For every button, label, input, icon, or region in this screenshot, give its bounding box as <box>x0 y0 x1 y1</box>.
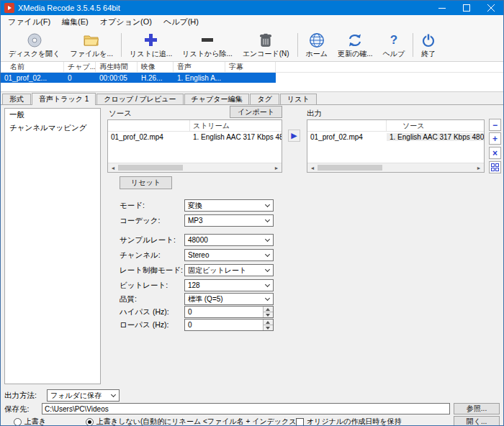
stream-delete-button[interactable]: × <box>489 147 501 159</box>
menu-item-options[interactable]: オプション(O) <box>94 17 158 27</box>
scroll-right-icon[interactable]: ► <box>271 163 282 172</box>
output-table-header: ソース <box>307 120 484 132</box>
selected-value: フォルダに保存 <box>48 391 110 401</box>
scrollbar-track[interactable] <box>382 163 474 172</box>
output-file-column-header[interactable] <box>307 120 387 132</box>
help-button[interactable]: ? ヘルプ <box>378 30 410 61</box>
overwrite-radio-label: 上書き <box>24 417 46 426</box>
stream-add-button[interactable]: + <box>489 132 501 145</box>
sidebar-item-channel-mapping[interactable]: チャンネルマッピング <box>5 122 100 135</box>
open-button[interactable]: 開く... <box>454 416 500 426</box>
selected-value: Stereo <box>185 251 264 259</box>
window-title: XMedia Recode 3.5.4.5 64bit <box>18 4 120 12</box>
close-button[interactable] <box>479 1 503 15</box>
output-stream-table: ソース 01_prof_02.mp4 1. English AAC 317 Kb… <box>307 119 485 173</box>
remove-from-list-button[interactable]: リストから除... <box>177 30 238 61</box>
tab-audio-track-1[interactable]: 音声トラック 1 <box>32 93 96 105</box>
sidebar-item-general[interactable]: 一般 <box>5 109 100 122</box>
open-disc-button[interactable]: ディスクを開く <box>4 30 65 61</box>
scroll-left-icon[interactable]: ◄ <box>108 163 118 172</box>
column-header-subtitle[interactable]: 字幕 <box>225 62 276 73</box>
close-icon <box>487 4 495 12</box>
menu-item-file[interactable]: ファイル(F) <box>2 17 56 27</box>
scroll-left-icon[interactable]: ◄ <box>307 163 318 172</box>
scroll-right-icon[interactable]: ► <box>474 163 484 172</box>
minus-icon <box>201 32 214 48</box>
rate-control-select[interactable]: 固定ビットレート <box>184 264 274 276</box>
stream-remove-button[interactable]: − <box>489 119 501 131</box>
transfer-stream-button[interactable]: ▶ <box>288 130 300 142</box>
cell-video: H.26... <box>138 74 174 82</box>
channels-select[interactable]: Stereo <box>184 249 274 261</box>
output-stream-row[interactable]: 01_prof_02.mp4 1. English AAC 317 Kbps 4… <box>307 132 484 142</box>
output-stream-cell: 1. English AAC 317 Kbps 4800 <box>387 133 484 141</box>
sample-rate-select[interactable]: 48000 <box>184 234 274 246</box>
minimize-button[interactable] <box>430 1 454 15</box>
encode-button[interactable]: エンコード(N) <box>238 30 294 61</box>
browse-button[interactable]: 参照... <box>454 403 500 414</box>
mode-select[interactable]: 変換 <box>184 199 274 212</box>
menu-item-help[interactable]: ヘルプ(H) <box>158 17 204 27</box>
job-list-row[interactable]: 01_prof_02... 0 00:00:05 H.26... 1. Engl… <box>1 73 276 83</box>
toolbar-label: 終了 <box>421 49 436 59</box>
home-button[interactable]: ホーム <box>301 30 333 61</box>
import-button[interactable]: インポート <box>230 106 282 118</box>
tab-chapter-edit[interactable]: チャプター編集 <box>184 94 250 104</box>
check-update-button[interactable]: 更新の確... <box>333 30 378 61</box>
selected-value: 128 <box>185 281 264 289</box>
open-file-button[interactable]: ファイルを... <box>65 30 118 61</box>
exit-button[interactable]: 終了 <box>416 30 441 61</box>
tab-crop-preview[interactable]: クロップ / プレビュー <box>96 94 183 104</box>
source-horizontal-scrollbar[interactable]: ◄ ► <box>108 163 282 172</box>
column-header-chapters[interactable]: チャプ... <box>64 62 96 73</box>
lowpass-input[interactable]: 0 <box>184 319 274 331</box>
rename-radio[interactable]: 上書きしない(自動的にリネーム <ファイル名 + インデックス>) <box>86 417 303 426</box>
output-method-select[interactable]: フォルダに保存 <box>47 389 120 402</box>
rate-control-label: レート制御モード: <box>120 264 183 276</box>
column-header-duration[interactable]: 再生時間 <box>96 62 138 73</box>
output-file-cell: 01_prof_02.mp4 <box>307 133 387 141</box>
tab-list[interactable]: リスト <box>280 94 317 104</box>
column-header-name[interactable]: 名前 <box>1 62 64 73</box>
codec-select[interactable]: MP3 <box>184 214 274 227</box>
scrollbar-thumb[interactable] <box>318 165 382 171</box>
reset-button[interactable]: リセット <box>120 176 172 189</box>
spin-up-icon[interactable] <box>264 307 273 312</box>
job-list-header: 名前 チャプ... 再生時間 映像 音声 字幕 <box>1 62 503 73</box>
x-icon: × <box>492 149 498 158</box>
output-source-column-header[interactable]: ソース <box>387 120 484 132</box>
spin-down-icon[interactable] <box>264 312 273 317</box>
menu-item-edit[interactable]: 編集(E) <box>56 17 94 27</box>
column-header-audio[interactable]: 音声 <box>174 62 225 73</box>
spin-up-icon[interactable] <box>264 320 273 325</box>
source-stream-row[interactable]: 01_prof_02.mp4 1. English AAC 317 Kbps 4… <box>108 132 282 142</box>
selected-value: MP3 <box>185 217 264 225</box>
tab-tag[interactable]: タグ <box>250 94 279 104</box>
maximize-button[interactable] <box>454 1 479 15</box>
output-horizontal-scrollbar[interactable]: ◄ ► <box>307 163 484 172</box>
power-icon <box>421 32 436 48</box>
column-header-video[interactable]: 映像 <box>138 62 174 73</box>
output-method-label: 出力方法: <box>4 391 37 401</box>
scrollbar-thumb[interactable] <box>118 165 183 171</box>
cell-audio: 1. English A... <box>174 74 225 82</box>
spin-down-icon[interactable] <box>264 325 273 330</box>
source-file-column-header[interactable] <box>108 120 190 132</box>
tab-format[interactable]: 形式 <box>2 94 31 104</box>
channel-matrix-button[interactable] <box>489 161 501 173</box>
radio-icon <box>14 418 22 426</box>
save-path-input[interactable] <box>42 403 450 414</box>
quality-select[interactable]: 標準 (Q=5) <box>184 293 274 305</box>
app-icon <box>4 3 14 13</box>
highpass-input[interactable]: 0 <box>184 306 274 318</box>
source-stream-column-header[interactable]: ストリーム <box>190 120 282 132</box>
keep-date-checkbox[interactable]: オリジナルの作成日時を保持 <box>296 417 402 426</box>
bitrate-label: ビットレート: <box>120 279 168 291</box>
right-arrow-icon: ▶ <box>291 131 297 140</box>
scrollbar-track[interactable] <box>183 163 271 172</box>
toolbar-label: ディスクを開く <box>9 49 60 59</box>
bitrate-select[interactable]: 128 <box>184 279 274 291</box>
add-to-list-button[interactable]: リストに追... <box>125 30 177 61</box>
overwrite-radio[interactable]: 上書き <box>14 417 46 426</box>
chevron-down-icon <box>265 282 270 287</box>
